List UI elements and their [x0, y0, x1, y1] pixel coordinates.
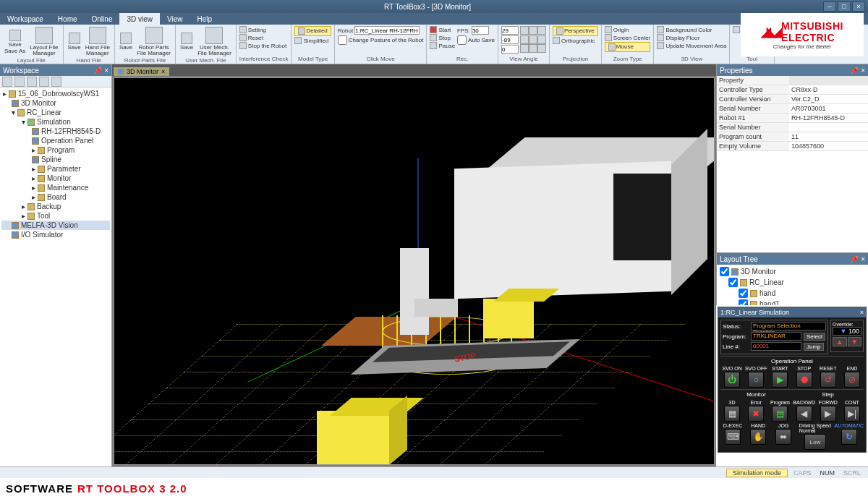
layout-mgr-button[interactable]: Layout File Manager [28, 26, 59, 57]
zoom-mouse[interactable]: Mouse [605, 42, 651, 52]
tree-item[interactable]: hand [718, 288, 867, 299]
update-movement[interactable]: Update Movement Area [657, 42, 726, 49]
intf-setting[interactable]: Setting [239, 26, 289, 33]
ortho-button[interactable]: Orthographic [553, 37, 598, 44]
menu-home[interactable]: Home [51, 13, 85, 25]
view-preset[interactable] [520, 44, 529, 53]
select-button[interactable]: Select [804, 333, 825, 341]
pin-icon[interactable]: 📌 × [93, 67, 109, 74]
bg-color[interactable]: Background Color [657, 26, 726, 33]
tree-item[interactable]: RC_Linear [718, 277, 867, 288]
backwd-button[interactable]: ◀ [796, 406, 812, 422]
speed-low[interactable]: Low [804, 434, 826, 450]
rec-stop[interactable]: Stop [430, 34, 455, 41]
error-button[interactable]: ✖ [748, 406, 764, 422]
angle3-input[interactable] [501, 45, 519, 54]
tree-item[interactable]: I/O Simulator [1, 230, 110, 239]
close-tab-icon[interactable]: × [161, 68, 165, 75]
hand-mgr-button[interactable]: Hand File Manager [84, 26, 111, 57]
tree-item[interactable]: 3D Monitor [718, 266, 867, 277]
menu-help[interactable]: Help [190, 13, 220, 25]
tree-item[interactable]: ▸Program [1, 145, 110, 155]
perspective-button[interactable]: Perspective [553, 26, 598, 36]
minimize-button[interactable]: – [823, 1, 836, 12]
angle1-input[interactable] [501, 26, 519, 35]
parts-save-button[interactable]: Save [118, 32, 134, 51]
view-preset[interactable] [537, 26, 546, 35]
tree-item-selected[interactable]: MELFA-3D Vision [1, 221, 110, 230]
change-posture[interactable]: Change Posture of the Robot [338, 35, 424, 45]
reset-button[interactable]: ↺ [820, 372, 836, 388]
tool-icon[interactable] [14, 77, 25, 87]
view-preset[interactable] [529, 35, 537, 44]
override-up[interactable]: ▲ [833, 337, 847, 346]
hand-button[interactable]: ✋ [750, 429, 766, 445]
angle2-input[interactable] [501, 35, 519, 44]
zoom-center[interactable]: Screen Center [605, 34, 651, 41]
tree-item[interactable]: Operation Panel [1, 136, 110, 145]
pin-icon[interactable]: 📌 × [850, 67, 865, 74]
forwd-button[interactable]: ▶ [820, 406, 836, 422]
3d-viewport[interactable]: STOP [114, 77, 715, 465]
menu-workspace[interactable]: Workspace [0, 13, 51, 25]
tree-item[interactable]: ▾Simulation [1, 117, 110, 127]
tool-icon[interactable] [51, 77, 61, 87]
simplified-button[interactable]: Simplified [294, 37, 331, 44]
tree-item[interactable]: ▸Tool [1, 211, 110, 221]
doc-tab-3dmonitor[interactable]: 3D Monitor× [114, 67, 169, 76]
close-button[interactable]: × [852, 1, 865, 12]
jog-button[interactable]: ⬌ [775, 429, 791, 445]
view-preset[interactable] [529, 44, 537, 53]
menu-online[interactable]: Online [85, 13, 120, 25]
tree-item[interactable]: ▸Monitor [1, 174, 110, 183]
tree-item[interactable]: ▸Maintenance [1, 183, 110, 192]
view-preset[interactable] [520, 26, 529, 35]
detailed-button[interactable]: Detailed [294, 26, 331, 36]
fps-input[interactable] [472, 26, 489, 35]
maximize-button[interactable]: □ [838, 1, 851, 12]
cont-button[interactable]: ▶| [844, 406, 860, 422]
end-button[interactable]: ⊘ [844, 372, 860, 388]
tree-item[interactable]: RH-12FRH8545-D [1, 127, 110, 136]
svo-off-button[interactable]: ○ [748, 372, 764, 388]
tree-item[interactable]: ▾RC_Linear [1, 108, 110, 117]
view-preset[interactable] [520, 35, 529, 44]
zoom-origin[interactable]: Origin [605, 26, 651, 33]
tree-item[interactable]: Spline [1, 155, 110, 164]
tree-item[interactable]: ▸Parameter [1, 164, 110, 174]
intf-reset[interactable]: Reset [239, 34, 289, 41]
pin-icon[interactable]: 📌 × [850, 255, 865, 263]
stop-button[interactable]: ⬣ [796, 372, 812, 388]
dexec-button[interactable]: ⌨ [725, 429, 741, 445]
close-icon[interactable]: × [860, 309, 864, 316]
tree-item[interactable]: ▸Backup [1, 202, 110, 211]
tree-item[interactable]: hand1 [718, 299, 867, 305]
layout-save-button[interactable]: SaveSave As [3, 29, 27, 55]
robot-select[interactable] [354, 26, 420, 35]
view-preset[interactable] [537, 44, 546, 53]
autosave-check[interactable]: Auto Save [457, 35, 495, 45]
rec-pause[interactable]: Pause [430, 42, 455, 49]
3d-button[interactable]: ▦ [724, 406, 740, 422]
tree-root[interactable]: ▸15_06_DobrowolscyWS1 [1, 89, 110, 98]
view-preset[interactable] [537, 35, 546, 44]
menu-view[interactable]: View [160, 13, 190, 25]
override-down[interactable]: ▼ [848, 337, 862, 346]
view-preset[interactable] [529, 26, 537, 35]
start-button[interactable]: ▶ [772, 372, 788, 388]
auto-button[interactable]: ↻ [841, 429, 857, 445]
intf-stop[interactable]: Stop the Robot [239, 42, 289, 49]
menu-3dview[interactable]: 3D view [119, 13, 160, 25]
tool-icon[interactable] [39, 77, 49, 87]
parts-mgr-button[interactable]: Robot Parts File Manager [135, 26, 172, 57]
hand-save-button[interactable]: Save [67, 32, 82, 51]
mech-save-button[interactable]: Save [179, 32, 195, 51]
sim-header[interactable]: 1:RC_Linear Simulation× [718, 307, 866, 317]
rec-start[interactable]: Start [430, 26, 455, 33]
tool-icon[interactable] [2, 77, 12, 87]
mech-mgr-button[interactable]: User Mech. File Manager [196, 26, 233, 57]
jump-button[interactable]: Jump [804, 343, 824, 351]
program-button[interactable]: ▤ [772, 406, 788, 422]
svo-on-button[interactable]: ⏻ [724, 372, 740, 388]
display-floor[interactable]: Display Floor [657, 34, 726, 41]
